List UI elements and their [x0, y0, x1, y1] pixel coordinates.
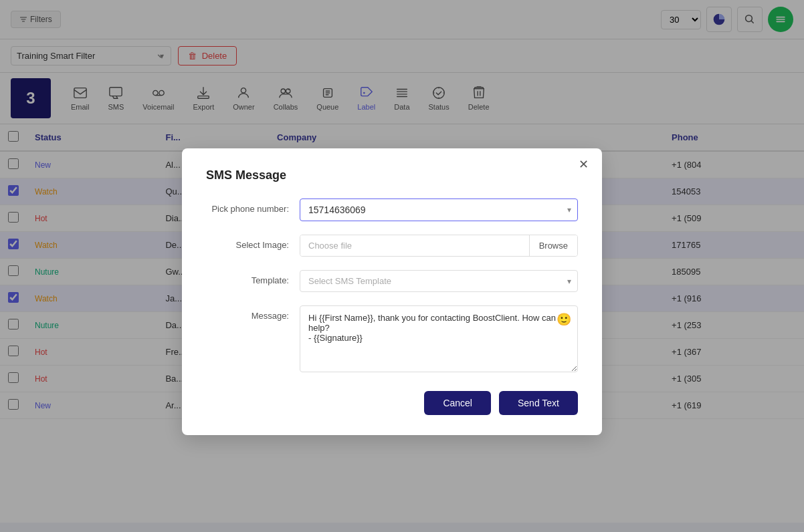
phone-label: Pick phone number: — [206, 198, 300, 214]
image-row: Select Image: Choose file Browse — [206, 235, 578, 257]
phone-select-wrapper: 15714636069 — [300, 198, 578, 221]
phone-select[interactable]: 15714636069 — [300, 198, 578, 221]
message-textarea[interactable]: Hi {{First Name}}, thank you for contact… — [300, 305, 578, 372]
template-select[interactable]: Select SMS Template — [300, 270, 578, 292]
template-field: Select SMS Template — [300, 270, 578, 292]
modal-footer: Cancel Send Text — [206, 391, 578, 415]
modal-close-button[interactable]: ✕ — [574, 155, 593, 174]
image-label: Select Image: — [206, 235, 300, 250]
message-field: Hi {{First Name}}, thank you for contact… — [300, 305, 578, 375]
modal-overlay[interactable]: ✕ SMS Message Pick phone number: 1571463… — [0, 0, 804, 523]
send-text-button[interactable]: Send Text — [499, 391, 578, 415]
message-row: Message: Hi {{First Name}}, thank you fo… — [206, 305, 578, 375]
template-select-wrapper: Select SMS Template — [300, 270, 578, 292]
phone-field: 15714636069 — [300, 198, 578, 221]
file-placeholder: Choose file — [300, 235, 529, 256]
textarea-wrapper: Hi {{First Name}}, thank you for contact… — [300, 305, 578, 375]
template-label: Template: — [206, 270, 300, 285]
cancel-button[interactable]: Cancel — [424, 391, 491, 415]
modal-title: SMS Message — [206, 168, 578, 182]
image-field: Choose file Browse — [300, 235, 578, 257]
message-label: Message: — [206, 305, 300, 321]
browse-button[interactable]: Browse — [529, 235, 577, 256]
template-row: Template: Select SMS Template — [206, 270, 578, 292]
phone-row: Pick phone number: 15714636069 — [206, 198, 578, 221]
file-input-row: Choose file Browse — [300, 235, 578, 257]
sms-modal: ✕ SMS Message Pick phone number: 1571463… — [182, 148, 602, 435]
emoji-icon[interactable]: 🙂 — [557, 312, 571, 327]
